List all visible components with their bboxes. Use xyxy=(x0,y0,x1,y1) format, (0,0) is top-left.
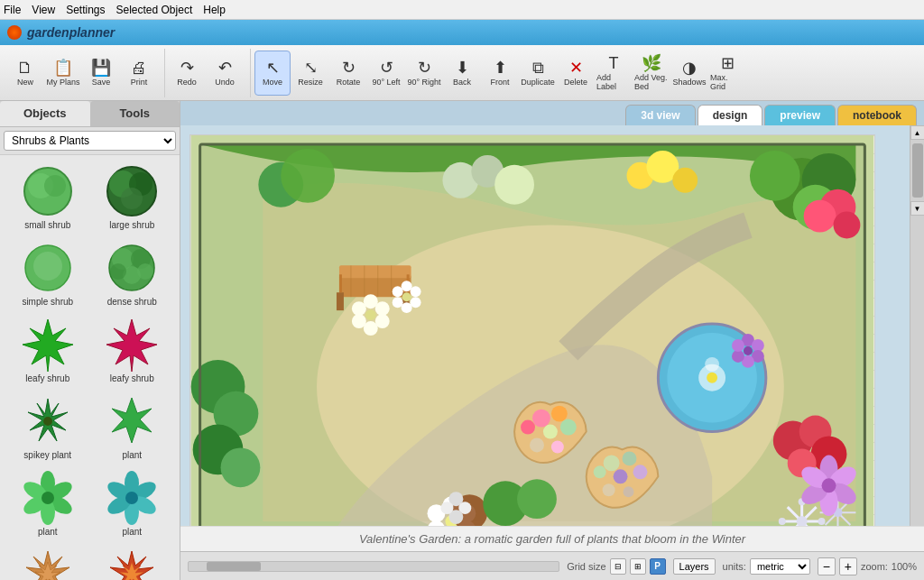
zoom-in-btn[interactable]: + xyxy=(839,557,857,575)
svg-point-8 xyxy=(33,252,62,281)
svg-point-59 xyxy=(804,200,836,233)
print-icon: 🖨 xyxy=(131,60,147,76)
undo-icon: ↶ xyxy=(218,60,232,76)
svg-point-2 xyxy=(44,175,66,197)
large-shrub-item[interactable]: large shrub xyxy=(96,161,168,234)
delete-icon: ✕ xyxy=(569,60,583,76)
svg-point-122 xyxy=(818,518,826,525)
object-tools-group: ↖ Move ⤡ Resize ↻ Rotate ↺ 90° Left ↻ 90… xyxy=(254,49,753,97)
svg-point-104 xyxy=(623,451,637,465)
toolbar: 🗋 New 📋 My Plans 💾 Save 🖨 Print ↷ Redo ↶… xyxy=(0,45,924,101)
new-button[interactable]: 🗋 New xyxy=(7,51,43,96)
plant-rosette1-item[interactable]: plant xyxy=(12,467,84,540)
svg-point-79 xyxy=(411,286,421,297)
plants-row-6: shrub variegated variegated shrub xyxy=(5,544,174,580)
tab-design[interactable]: design xyxy=(698,105,763,125)
svg-point-100 xyxy=(560,419,577,436)
dense-shrub-item[interactable]: dense shrub xyxy=(96,237,168,310)
tab-preview[interactable]: preview xyxy=(764,105,836,125)
leafy-shrub-red-item[interactable]: leafy shrub xyxy=(96,314,168,387)
units-control: units: metric imperial xyxy=(723,558,810,575)
svg-point-146 xyxy=(440,502,453,514)
menu-file[interactable]: File xyxy=(4,4,21,16)
svg-point-77 xyxy=(365,309,376,320)
max-grid-button[interactable]: ⊞ Max. Grid xyxy=(709,51,745,96)
menu-settings[interactable]: Settings xyxy=(66,4,105,16)
grid-size-control: Grid size ⊟ ⊞ P xyxy=(567,558,665,575)
new-icon: 🗋 xyxy=(17,60,33,76)
menu-help[interactable]: Help xyxy=(203,4,226,16)
layers-button[interactable]: Layers xyxy=(673,558,716,575)
delete-button[interactable]: ✕ Delete xyxy=(558,51,594,96)
redo-button[interactable]: ↷ Redo xyxy=(169,51,205,96)
duplicate-button[interactable]: ⧉ Duplicate xyxy=(520,51,556,96)
canvas-scrollbar-horizontal[interactable] xyxy=(188,561,559,572)
save-button[interactable]: 💾 Save xyxy=(83,51,119,96)
rotate-90left-button[interactable]: ↺ 90° Left xyxy=(368,51,404,96)
svg-point-83 xyxy=(393,286,403,297)
menu-view[interactable]: View xyxy=(32,4,55,16)
svg-marker-19 xyxy=(112,398,152,443)
zoom-label: zoom: xyxy=(861,561,888,572)
shrub-variegated-item[interactable]: shrub variegated xyxy=(12,544,84,580)
svg-point-148 xyxy=(517,479,557,519)
move-button[interactable]: ↖ Move xyxy=(254,51,291,96)
plant-rosette2-item[interactable]: plant xyxy=(96,467,168,540)
menu-bar: File View Settings Selected Object Help xyxy=(0,0,924,20)
print-button[interactable]: 🖨 Print xyxy=(121,51,157,96)
plants-row-2: simple shrub dense shrub xyxy=(5,237,174,310)
svg-point-98 xyxy=(543,425,558,439)
svg-point-42 xyxy=(750,151,800,201)
canvas-container: ▲ ▼ Valentine's Garden: a romatic garden… xyxy=(180,125,924,580)
leafy-shrub-green-item[interactable]: leafy shrub xyxy=(12,314,84,387)
tab-3d-view[interactable]: 3d view xyxy=(625,105,695,125)
rotate-button[interactable]: ↻ Rotate xyxy=(330,51,366,96)
simple-shrub-item[interactable]: simple shrub xyxy=(12,237,84,310)
back-button[interactable]: ⬇ Back xyxy=(444,51,480,96)
grid-size-large-btn[interactable]: ⊞ xyxy=(630,558,646,575)
small-shrub-item[interactable]: small shrub xyxy=(12,161,84,234)
shadows-button[interactable]: ◑ Shadows xyxy=(671,51,707,96)
garden-canvas[interactable] xyxy=(189,134,875,526)
svg-point-134 xyxy=(822,478,836,493)
scroll-thumb[interactable] xyxy=(912,143,923,198)
layers-control: Layers xyxy=(673,558,716,575)
shadows-icon: ◑ xyxy=(682,60,697,76)
spikey-plant-item[interactable]: spikey plant xyxy=(12,391,84,464)
scroll-up-arrow[interactable]: ▲ xyxy=(910,125,925,140)
svg-point-13 xyxy=(110,263,126,280)
add-veg-bed-button[interactable]: 🌿 Add Veg. Bed xyxy=(633,51,670,96)
zoom-out-btn[interactable]: − xyxy=(818,557,836,575)
rotate-90right-button[interactable]: ↻ 90° Right xyxy=(406,51,442,96)
variegated-shrub-item[interactable]: variegated shrub xyxy=(96,544,168,580)
snap-to-grid-btn[interactable]: P xyxy=(650,558,666,575)
svg-rect-62 xyxy=(339,265,411,278)
svg-point-102 xyxy=(551,440,564,453)
plant-star6-label: plant xyxy=(122,450,142,460)
svg-point-46 xyxy=(281,149,335,203)
menu-selected-object[interactable]: Selected Object xyxy=(116,4,193,16)
canvas-scroll[interactable] xyxy=(180,125,910,526)
undo-button[interactable]: ↶ Undo xyxy=(207,51,243,96)
add-label-button[interactable]: T Add Label xyxy=(596,51,632,96)
small-shrub-icon xyxy=(21,164,75,218)
canvas-scrollbar-vertical[interactable]: ▲ ▼ xyxy=(910,125,924,526)
tab-notebook[interactable]: notebook xyxy=(837,105,917,125)
units-select[interactable]: metric imperial xyxy=(750,558,810,575)
leafy-shrub-green-label: leafy shrub xyxy=(25,373,69,383)
svg-point-6 xyxy=(121,188,143,209)
tab-tools[interactable]: Tools xyxy=(90,101,180,126)
category-dropdown[interactable]: Shrubs & Plants Trees Flowers Ground Cov… xyxy=(4,131,176,151)
front-button[interactable]: ⬆ Front xyxy=(482,51,518,96)
svg-point-99 xyxy=(521,420,535,435)
svg-point-90 xyxy=(732,339,744,352)
svg-marker-16 xyxy=(106,319,157,372)
resize-button[interactable]: ⤡ Resize xyxy=(292,51,328,96)
my-plans-button[interactable]: 📋 My Plans xyxy=(45,51,81,96)
scroll-down-arrow[interactable]: ▼ xyxy=(910,201,925,216)
plant-star6-item[interactable]: plant xyxy=(96,391,168,464)
svg-point-82 xyxy=(393,297,403,308)
category-selector: Shrubs & Plants Trees Flowers Ground Cov… xyxy=(0,127,180,155)
tab-objects[interactable]: Objects xyxy=(0,101,90,126)
grid-size-small-btn[interactable]: ⊟ xyxy=(610,558,626,575)
